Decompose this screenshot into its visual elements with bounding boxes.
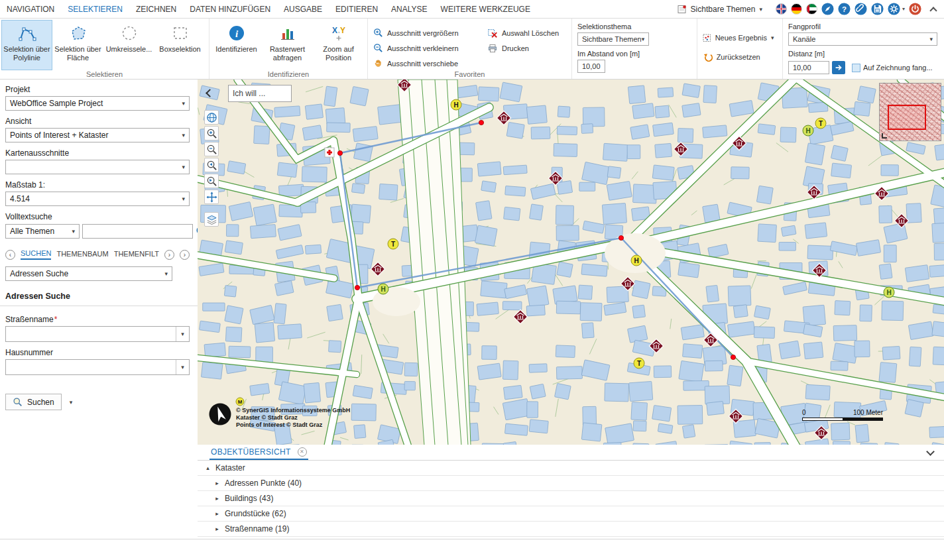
- menu-tab-zeichnen[interactable]: ZEICHNEN: [136, 5, 176, 14]
- language-arabic-icon[interactable]: [806, 3, 817, 15]
- language-german-icon[interactable]: [791, 3, 802, 15]
- snap-to-drawing-checkbox[interactable]: [852, 64, 860, 72]
- chevron-down-icon[interactable]: ▾: [181, 364, 184, 370]
- map-marker-taxi[interactable]: T: [634, 358, 644, 368]
- overview-extent-rect[interactable]: [888, 105, 926, 130]
- menu-tab-navigation[interactable]: NAVIGATION: [7, 5, 54, 14]
- map-marker-pharmacy[interactable]: [325, 148, 334, 157]
- zoom-out-button[interactable]: [204, 142, 219, 156]
- polyline-vertex[interactable]: [619, 235, 623, 240]
- tabs-scroll-right-button[interactable]: ›: [164, 250, 174, 260]
- map-marker-hospital[interactable]: H: [884, 287, 894, 298]
- gear-caret-icon[interactable]: ▾: [902, 6, 905, 12]
- tree-collapsed-icon[interactable]: ▸: [213, 510, 221, 517]
- project-select[interactable]: WebOffice Sample Project ▾: [5, 96, 190, 111]
- select-polyline-button[interactable]: Selektion über Polylinie: [1, 20, 52, 70]
- chevron-down-icon[interactable]: ▾: [181, 331, 184, 337]
- tab-themenfilter[interactable]: THEMENFILTER: [114, 250, 159, 259]
- distance-input[interactable]: 10,00: [577, 60, 605, 73]
- select-box-button[interactable]: Boxselektion: [154, 20, 206, 70]
- tree-collapsed-icon[interactable]: ▸: [213, 480, 221, 486]
- select-circle-button[interactable]: Umkreissele...: [103, 20, 154, 70]
- zoom-to-position-button[interactable]: X,Y Zoom auf Position: [313, 20, 364, 70]
- raster-value-button[interactable]: Rasterwert abfragen: [262, 20, 313, 70]
- select-area-button[interactable]: Selektion über Fläche: [52, 20, 103, 70]
- save-icon[interactable]: [871, 3, 884, 15]
- menu-tab-editieren[interactable]: EDITIEREN: [335, 5, 378, 14]
- identify-button[interactable]: i Identifizieren: [211, 20, 262, 70]
- map-marker-hospital[interactable]: H: [803, 125, 813, 136]
- scale-select[interactable]: 4.514 ▾: [5, 192, 190, 206]
- tree-collapsed-icon[interactable]: ▸: [213, 526, 221, 532]
- tabs-overflow-button[interactable]: ›: [180, 250, 190, 260]
- map-marker-hotel[interactable]: H: [631, 255, 642, 266]
- compass-icon[interactable]: [821, 3, 834, 15]
- full-extent-button[interactable]: [204, 110, 219, 125]
- tree-collapsed-icon[interactable]: ▸: [213, 495, 221, 502]
- reset-button[interactable]: Zurücksetzen: [703, 49, 760, 65]
- map-marker-hotel[interactable]: H: [451, 99, 461, 110]
- map-viewport[interactable]: HHTTTHHHM © SynerGI: [198, 80, 944, 445]
- polyline-vertex[interactable]: [731, 355, 735, 359]
- polyline-vertex[interactable]: [337, 150, 342, 155]
- tab-themenbaum[interactable]: THEMENBAUM: [56, 250, 108, 259]
- tree-expanded-icon[interactable]: ▴: [204, 465, 211, 471]
- map-extents-select[interactable]: ▾: [5, 160, 190, 174]
- selection-theme-select[interactable]: Sichtbare Themen ▾: [577, 32, 649, 46]
- map-marker-taxi[interactable]: T: [815, 118, 826, 129]
- search-options-caret[interactable]: ▾: [70, 399, 73, 406]
- gear-icon[interactable]: [888, 3, 900, 15]
- snap-distance-input[interactable]: 10,00: [788, 61, 829, 74]
- tab-suchen[interactable]: SUCHEN: [21, 249, 51, 260]
- visible-themes-dropdown[interactable]: Sichtbare Themen ▾: [678, 5, 762, 14]
- ich-will-input[interactable]: [228, 85, 292, 102]
- street-name-combo[interactable]: ▾: [5, 326, 190, 342]
- pan-button[interactable]: [204, 190, 219, 204]
- map-marker-taxi[interactable]: T: [388, 239, 398, 249]
- apply-distance-button[interactable]: [832, 61, 845, 74]
- new-result-button[interactable]: Neues Ergebnis ▾: [703, 30, 774, 46]
- map-marker-hospital[interactable]: H: [378, 284, 388, 294]
- menu-tab-selektieren[interactable]: SELEKTIEREN: [68, 5, 123, 14]
- polyline-vertex[interactable]: [355, 285, 359, 290]
- map-canvas[interactable]: HHTTTHHHM: [198, 80, 944, 445]
- chevron-down-icon[interactable]: ▾: [771, 34, 774, 41]
- help-icon[interactable]: ?: [838, 3, 851, 15]
- logout-icon[interactable]: [909, 3, 921, 15]
- fulltext-search-input[interactable]: [82, 224, 193, 239]
- search-type-select[interactable]: Adressen Suche ▾: [5, 266, 172, 281]
- language-english-icon[interactable]: [776, 3, 787, 15]
- tree-item-adressen-punkte[interactable]: ▸ Adressen Punkte (40): [198, 476, 944, 491]
- close-icon[interactable]: ✕: [298, 447, 307, 457]
- previous-extent-button[interactable]: [204, 158, 219, 172]
- clear-selection-button[interactable]: Auswahl Löschen: [487, 28, 565, 38]
- overview-expand-icon[interactable]: [882, 133, 887, 139]
- tree-item-strassenname[interactable]: ▸ Straßenname (19): [198, 522, 944, 537]
- print-button[interactable]: Drucken: [487, 43, 565, 54]
- view-select[interactable]: Points of Interest + Kataster ▾: [5, 128, 190, 142]
- collapse-panel-icon[interactable]: [926, 447, 935, 456]
- menu-tab-daten-hinzufuegen[interactable]: DATEN HINZUFÜGEN: [190, 5, 270, 14]
- polyline-vertex[interactable]: [479, 120, 483, 125]
- fulltext-scope-select[interactable]: Alle Themen ▾: [5, 224, 80, 239]
- tab-objektuebersicht[interactable]: OBJEKTÜBERSICHT ✕: [209, 445, 308, 460]
- link-icon[interactable]: [855, 3, 867, 15]
- collapse-ribbon-icon[interactable]: [929, 7, 937, 14]
- overview-map[interactable]: [879, 83, 941, 141]
- pan-extent-button[interactable]: Ausschnitt verschiebe: [373, 58, 487, 68]
- snap-profile-select[interactable]: Kanäle ▾: [788, 32, 937, 46]
- menu-tab-analyse[interactable]: ANALYSE: [391, 5, 427, 14]
- tree-item-buildings[interactable]: ▸ Buildings (43): [198, 491, 944, 506]
- zoom-in-button[interactable]: [204, 126, 219, 140]
- house-number-combo[interactable]: ▾: [5, 359, 190, 375]
- tabs-scroll-left-button[interactable]: ‹: [5, 250, 15, 260]
- map-marker-place[interactable]: M: [236, 398, 244, 406]
- next-extent-button[interactable]: [204, 174, 219, 188]
- zoom-in-extent-button[interactable]: Ausschnitt vergrößern: [373, 28, 487, 38]
- menu-tab-weitere-werkzeuge[interactable]: WEITERE WERKZEUGE: [441, 5, 530, 14]
- tree-item-kataster[interactable]: ▴ Kataster: [198, 461, 944, 476]
- zoom-out-extent-button[interactable]: Ausschnitt verkleinern: [373, 43, 487, 53]
- menu-tab-ausgabe[interactable]: AUSGABE: [284, 5, 322, 14]
- tree-item-grundstuecke[interactable]: ▸ Grundstücke (62): [198, 506, 944, 522]
- search-button[interactable]: Suchen: [5, 394, 62, 410]
